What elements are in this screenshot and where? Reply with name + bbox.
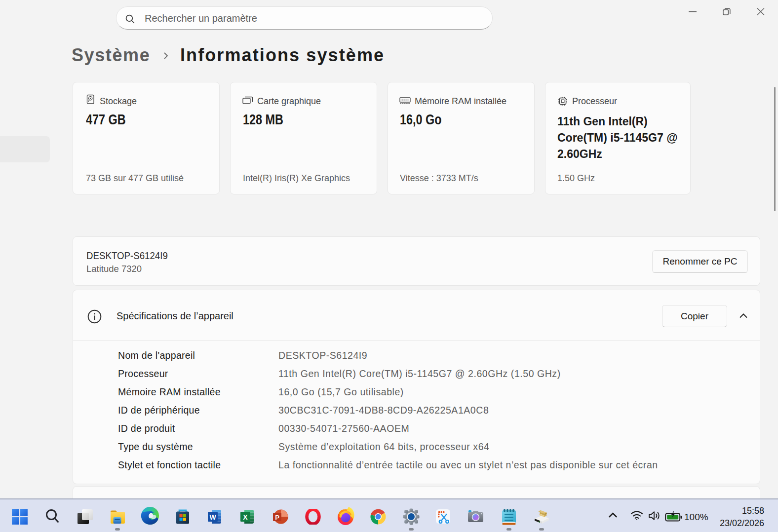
svg-text:P: P	[275, 514, 279, 521]
svg-text:W: W	[209, 513, 216, 521]
svg-text:X: X	[243, 513, 248, 521]
